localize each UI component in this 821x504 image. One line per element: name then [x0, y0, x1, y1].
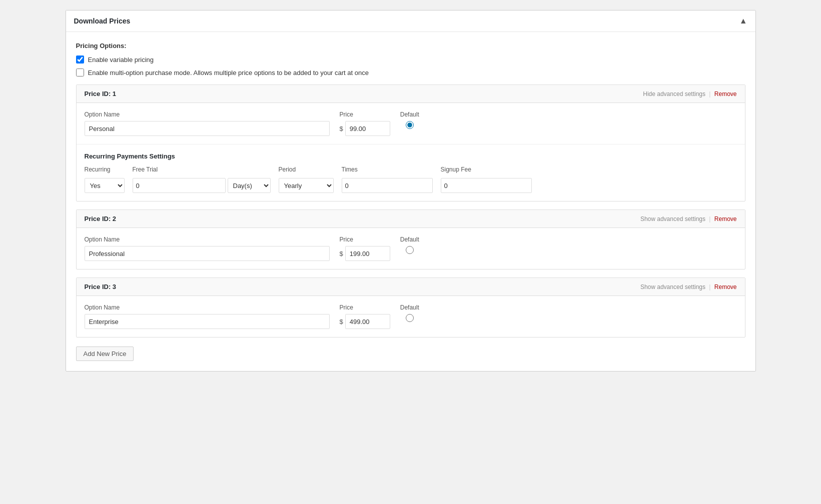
download-prices-panel: Download Prices ▲ Pricing Options: Enabl… [66, 10, 756, 372]
price-block-actions-3: Show advanced settings | Remove [640, 284, 737, 290]
field-row-3: Option Name Price $ Default [85, 304, 737, 329]
enable-variable-pricing-label[interactable]: Enable variable pricing [88, 56, 154, 64]
option-name-label-2: Option Name [85, 236, 330, 243]
price-input-1[interactable] [345, 121, 390, 136]
price-input-3[interactable] [345, 314, 390, 329]
price-group-1: Price $ [340, 111, 390, 136]
panel-header: Download Prices ▲ [66, 10, 755, 32]
price-blocks-container: Price ID: 1 Hide advanced settings | Rem… [76, 84, 745, 338]
advanced-settings-link-3[interactable]: Show advanced settings [640, 284, 705, 290]
enable-multi-option-checkbox[interactable] [76, 68, 84, 76]
times-label: Times [342, 166, 433, 173]
enable-multi-option-row: Enable multi-option purchase mode. Allow… [76, 68, 745, 76]
signup-fee-field-group: Signup Fee [441, 166, 532, 193]
recurring-section: Recurring Payments Settings Recurring Ye… [77, 144, 745, 201]
recurring-select[interactable]: YesNo [85, 178, 125, 193]
field-row-1: Option Name Price $ Default [85, 111, 737, 136]
price-group-3: Price $ [340, 304, 390, 329]
recurring-fields: Recurring YesNo Free Trial Day(s)Week(s)… [85, 166, 737, 193]
default-label-2: Default [400, 236, 419, 243]
day-select[interactable]: Day(s)Week(s)Month(s)Year(s) [228, 178, 271, 193]
price-block-actions-1: Hide advanced settings | Remove [643, 90, 736, 98]
separator: | [709, 90, 710, 98]
option-name-input-2[interactable] [85, 246, 330, 261]
price-input-group-2: $ [340, 246, 390, 261]
price-input-group-1: $ [340, 121, 390, 136]
advanced-settings-link-1[interactable]: Hide advanced settings [643, 90, 705, 98]
price-fields-1: Option Name Price $ Default [77, 103, 745, 144]
option-name-group-2: Option Name [85, 236, 330, 261]
default-radio-group-3: Default [400, 304, 419, 322]
signup-fee-input[interactable] [441, 178, 532, 193]
currency-symbol-2: $ [340, 250, 343, 258]
option-name-input-3[interactable] [85, 314, 330, 329]
add-new-price-button[interactable]: Add New Price [76, 346, 134, 361]
option-name-label-3: Option Name [85, 304, 330, 311]
price-block-actions-2: Show advanced settings | Remove [640, 216, 737, 222]
option-name-input-1[interactable] [85, 121, 330, 136]
price-label-2: Price [340, 236, 390, 243]
currency-symbol-1: $ [340, 125, 343, 132]
price-id-label-3: Price ID: 3 [85, 283, 117, 290]
enable-multi-option-label[interactable]: Enable multi-option purchase mode. Allow… [88, 69, 369, 76]
panel-body: Pricing Options: Enable variable pricing… [66, 32, 755, 371]
price-label-3: Price [340, 304, 390, 311]
default-radio-2[interactable] [406, 246, 414, 254]
option-name-group-1: Option Name [85, 111, 330, 136]
price-block-3: Price ID: 3 Show advanced settings | Rem… [76, 278, 745, 338]
price-block-header-2: Price ID: 2 Show advanced settings | Rem… [77, 210, 745, 228]
recurring-title: Recurring Payments Settings [85, 152, 737, 160]
enable-variable-pricing-checkbox[interactable] [76, 56, 84, 64]
separator: | [709, 284, 710, 290]
recurring-label: Recurring [85, 166, 125, 173]
remove-link-2[interactable]: Remove [714, 216, 737, 222]
panel-toggle-icon[interactable]: ▲ [739, 16, 747, 26]
price-block-header-3: Price ID: 3 Show advanced settings | Rem… [77, 278, 745, 296]
option-name-label-1: Option Name [85, 111, 330, 118]
period-field-group: Period DailyWeeklyMonthlyQuarterlySemi-Y… [279, 166, 334, 193]
default-radio-group-2: Default [400, 236, 419, 254]
price-block-1: Price ID: 1 Hide advanced settings | Rem… [76, 84, 745, 202]
separator: | [709, 216, 710, 222]
times-field-group: Times [342, 166, 433, 193]
enable-variable-pricing-row: Enable variable pricing [76, 56, 745, 64]
panel-title: Download Prices [74, 17, 131, 25]
option-name-group-3: Option Name [85, 304, 330, 329]
price-fields-2: Option Name Price $ Default [77, 228, 745, 269]
price-label-1: Price [340, 111, 390, 118]
free-trial-field-group: Free Trial Day(s)Week(s)Month(s)Year(s) [133, 166, 271, 193]
pricing-options-label: Pricing Options: [76, 42, 745, 50]
recurring-field-group: Recurring YesNo [85, 166, 125, 193]
remove-link-3[interactable]: Remove [714, 284, 737, 290]
default-radio-group-1: Default [400, 111, 419, 129]
price-input-2[interactable] [345, 246, 390, 261]
price-fields-3: Option Name Price $ Default [77, 296, 745, 337]
field-row-2: Option Name Price $ Default [85, 236, 737, 261]
price-block-2: Price ID: 2 Show advanced settings | Rem… [76, 210, 745, 270]
period-select[interactable]: DailyWeeklyMonthlyQuarterlySemi-YearlyYe… [279, 178, 334, 193]
signup-fee-label: Signup Fee [441, 166, 532, 173]
price-block-header-1: Price ID: 1 Hide advanced settings | Rem… [77, 85, 745, 103]
price-input-group-3: $ [340, 314, 390, 329]
price-id-label-1: Price ID: 1 [85, 90, 117, 98]
times-input[interactable] [342, 178, 433, 193]
default-radio-1[interactable] [406, 121, 414, 129]
price-id-label-2: Price ID: 2 [85, 215, 117, 222]
default-label-3: Default [400, 304, 419, 311]
price-group-2: Price $ [340, 236, 390, 261]
period-label: Period [279, 166, 334, 173]
free-trial-label: Free Trial [133, 166, 271, 173]
default-label-1: Default [400, 111, 419, 118]
free-trial-input[interactable] [133, 178, 226, 193]
advanced-settings-link-2[interactable]: Show advanced settings [640, 216, 705, 222]
remove-link-1[interactable]: Remove [714, 90, 737, 98]
default-radio-3[interactable] [406, 314, 414, 322]
currency-symbol-3: $ [340, 318, 343, 326]
